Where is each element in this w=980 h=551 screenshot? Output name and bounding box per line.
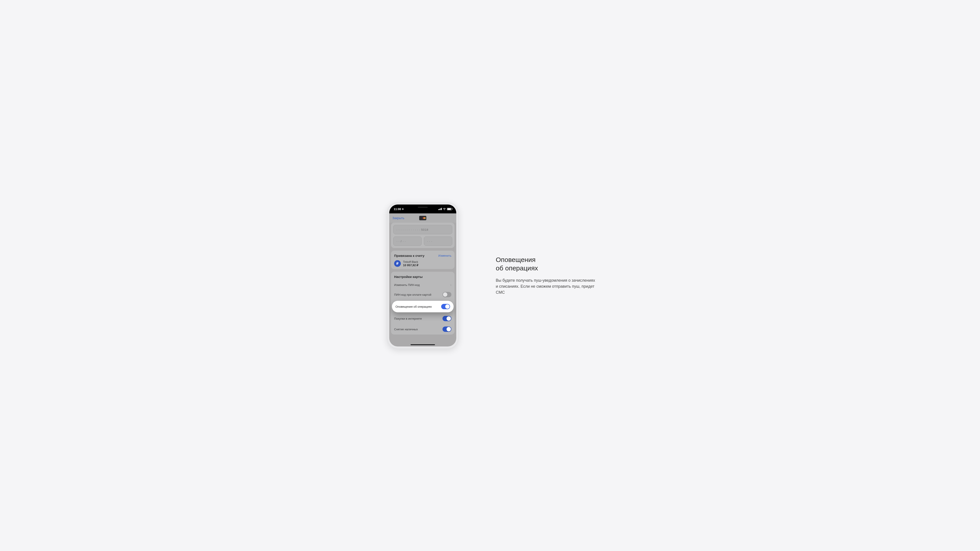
ruble-icon: ₽ xyxy=(394,260,401,267)
change-pin-row[interactable]: Изменить ПИН-код › xyxy=(391,280,455,289)
change-pin-label: Изменить ПИН-код xyxy=(394,283,420,287)
status-right xyxy=(438,207,452,211)
card-details-block: · · · · · · · · · · · · 5018 · · / · · ·… xyxy=(391,223,455,248)
info-description: Вы будете получать пуш-уведомления о зач… xyxy=(496,278,598,295)
online-purchases-toggle[interactable] xyxy=(442,316,451,321)
status-bar: 11:00 ➤ xyxy=(389,205,456,213)
online-purchases-label: Покупки в интернете xyxy=(394,317,422,320)
cash-withdrawal-label: Снятие наличных xyxy=(394,328,418,331)
close-button[interactable]: Закрыть xyxy=(392,216,404,220)
cash-withdrawal-row: Снятие наличных xyxy=(391,324,455,335)
home-indicator[interactable] xyxy=(410,344,435,345)
linked-account-section: Привязана к счету Изменить ₽ Tinkoff Bla… xyxy=(391,251,455,269)
pin-on-pay-label: ПИН-код при оплате картой xyxy=(394,293,431,296)
app-nav: Закрыть xyxy=(389,213,456,223)
status-left: 11:00 ➤ xyxy=(394,207,404,211)
phone-body: 11:00 ➤ Закрыть xyxy=(387,202,458,349)
wifi-icon xyxy=(443,207,446,211)
mastercard-icon xyxy=(423,217,426,219)
notifications-row: Оповещения об операциях xyxy=(392,301,453,312)
card-settings-section: Настройки карты Изменить ПИН-код › ПИН-к… xyxy=(391,272,455,335)
pin-on-pay-toggle[interactable] xyxy=(442,292,451,297)
settings-title: Настройки карты xyxy=(391,275,455,280)
info-title: Оповещения об операциях xyxy=(496,256,598,273)
card-cvv-masked: · · · xyxy=(427,240,432,243)
linked-title: Привязана к счету xyxy=(394,254,425,257)
card-number-field[interactable]: · · · · · · · · · · · · 5018 xyxy=(393,225,452,234)
content-scroll[interactable]: · · · · · · · · · · · · 5018 · · / · · ·… xyxy=(389,223,456,337)
card-expiry-field[interactable]: · · / · · xyxy=(393,237,422,246)
account-name: Tinkoff Black xyxy=(403,260,418,264)
promo-stage: 11:00 ➤ Закрыть xyxy=(327,184,653,367)
online-purchases-row: Покупки в интернете xyxy=(391,313,455,324)
card-number-masked: · · · · · · · · · · · · 5018 xyxy=(396,228,428,231)
pin-on-pay-row: ПИН-код при оплате картой xyxy=(391,289,455,300)
card-cvv-field[interactable]: · · · xyxy=(424,237,452,246)
chevron-right-icon: › xyxy=(450,283,451,287)
info-title-line2: об операциях xyxy=(496,265,538,272)
phone-screen: 11:00 ➤ Закрыть xyxy=(389,205,456,346)
account-balance: 10 957,92 ₽ xyxy=(403,264,418,267)
notifications-label: Оповещения об операциях xyxy=(396,305,432,308)
notch xyxy=(406,205,439,211)
info-title-line1: Оповещения xyxy=(496,256,536,263)
change-account-button[interactable]: Изменить xyxy=(438,254,451,257)
card-thumbnail-icon xyxy=(419,216,426,220)
location-icon: ➤ xyxy=(402,208,404,211)
info-panel: Оповещения об операциях Вы будете получа… xyxy=(496,256,598,295)
notifications-toggle[interactable] xyxy=(441,304,450,309)
cellular-icon xyxy=(438,208,442,210)
card-expiry-masked: · · / · · xyxy=(396,240,406,243)
status-time: 11:00 xyxy=(394,207,401,211)
battery-icon xyxy=(447,208,452,210)
phone-frame: 11:00 ➤ Закрыть xyxy=(387,202,458,349)
cash-withdrawal-toggle[interactable] xyxy=(442,327,451,332)
linked-account-row[interactable]: ₽ Tinkoff Black 10 957,92 ₽ xyxy=(394,260,451,267)
